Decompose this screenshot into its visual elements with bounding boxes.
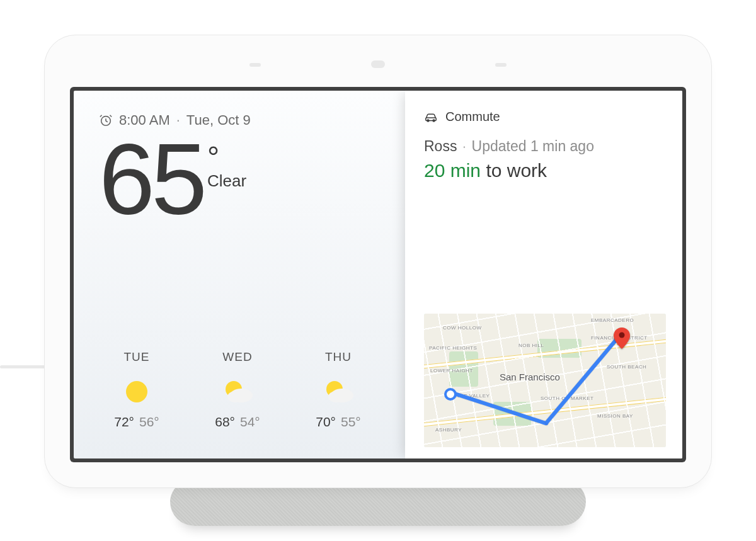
svg-point-1 [126,381,147,402]
commute-card[interactable]: Commute Ross · Updated 1 min ago 20 min … [405,91,682,458]
dot-separator: · [462,138,466,154]
map-district-label: EMBARCADERO [591,317,634,323]
svg-point-11 [619,333,625,338]
forecast-temps: 72°56° [114,414,159,430]
forecast-day-label: TUE [124,350,150,364]
power-cord [0,365,50,368]
forecast-day[interactable]: THU 70°55° [301,350,376,430]
commute-updated: Updated 1 min ago [472,138,594,154]
route-start-dot [444,388,457,401]
map-district-label: LOWER HAIGHT [430,368,473,373]
map-district-label: PACIFIC HEIGHTS [429,345,477,351]
map-district-label: MISSION BAY [597,413,633,419]
device-frame: 8:00 AM · Tue, Oct 9 65 ° Clear TUE [44,35,712,488]
eta-suffix: to work [486,160,547,181]
map-district-label: COW HOLLOW [443,325,481,331]
map-city-label: San Francisco [500,372,560,382]
mic-opening-left [249,63,261,67]
map-district-label: NOB HILL [518,343,544,348]
screen-bezel: 8:00 AM · Tue, Oct 9 65 ° Clear TUE [70,87,686,462]
forecast-day-label: WED [222,350,252,364]
commute-header: Commute [424,110,666,124]
commute-eta: 20 min to work [424,160,666,181]
home-screen[interactable]: 8:00 AM · Tue, Oct 9 65 ° Clear TUE [74,91,682,458]
commute-subtitle: Ross · Updated 1 min ago [424,138,666,155]
map-district-label: SOUTH BEACH [607,364,646,370]
eta-value: 20 min [424,160,481,181]
forecast-temps: 68°54° [215,414,260,430]
commute-source: Ross [424,138,457,154]
degree-symbol: ° [207,142,219,173]
svg-point-7 [328,391,343,402]
car-icon [424,110,438,124]
ambient-sensor [371,60,385,68]
forecast-day[interactable]: TUE 72°56° [99,350,175,430]
commute-title: Commute [445,110,500,124]
weather-condition: Clear [207,171,246,191]
forecast-temps: 70°55° [316,414,361,430]
mic-opening-right [495,63,507,67]
map-district-label: ASHBURY [435,427,462,433]
partly-cloudy-icon [321,373,356,408]
sunny-icon [119,373,154,408]
commute-map[interactable]: San Francisco EMBARCADERO COW HOLLOW FIN… [424,314,666,447]
partly-cloudy-icon [220,373,255,408]
destination-pin-icon [614,327,630,349]
temperature-value: 65 [99,134,203,224]
forecast-day[interactable]: WED 68°54° [200,350,275,430]
svg-point-4 [227,391,243,402]
forecast-day-label: THU [325,350,352,364]
